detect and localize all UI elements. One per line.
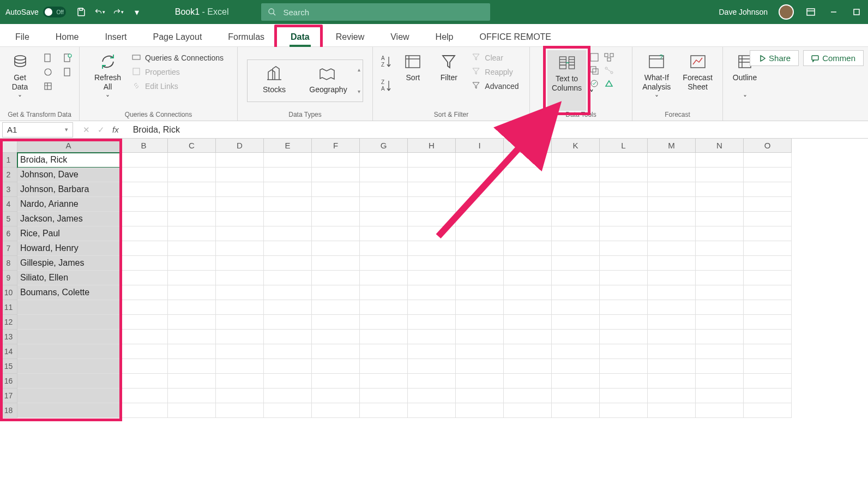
cell[interactable] xyxy=(216,330,264,344)
cell[interactable] xyxy=(312,344,360,359)
cell[interactable] xyxy=(168,315,216,330)
stocks-button[interactable]: Stocks xyxy=(250,62,299,99)
tab-view[interactable]: View xyxy=(378,28,421,46)
cell[interactable] xyxy=(408,212,456,226)
cell[interactable] xyxy=(600,182,648,197)
advanced-filter-button[interactable]: Advanced xyxy=(468,80,522,93)
cell[interactable]: Johnson, Barbara xyxy=(17,182,120,197)
cell[interactable] xyxy=(168,226,216,241)
cell[interactable] xyxy=(744,300,792,315)
cell[interactable] xyxy=(120,315,168,330)
share-button[interactable]: Share xyxy=(750,50,799,66)
avatar[interactable] xyxy=(779,4,794,20)
cell[interactable] xyxy=(456,241,504,256)
cell[interactable] xyxy=(456,182,504,197)
cell[interactable] xyxy=(168,256,216,271)
from-table-icon[interactable] xyxy=(40,80,56,93)
cell[interactable] xyxy=(696,344,744,359)
cell[interactable] xyxy=(552,359,600,374)
from-web-icon[interactable] xyxy=(40,65,56,79)
cell[interactable] xyxy=(552,182,600,197)
cell[interactable] xyxy=(216,389,264,403)
cell[interactable] xyxy=(408,300,456,315)
cell[interactable] xyxy=(696,330,744,344)
cell[interactable] xyxy=(504,153,552,168)
maximize-icon[interactable] xyxy=(851,6,863,18)
cell[interactable] xyxy=(168,168,216,182)
row-header[interactable]: 1 xyxy=(0,153,17,168)
cell[interactable] xyxy=(168,359,216,374)
cell[interactable] xyxy=(216,285,264,300)
cell[interactable] xyxy=(264,285,312,300)
cell[interactable] xyxy=(408,153,456,168)
cell[interactable] xyxy=(504,197,552,212)
text-to-columns-button[interactable]: Text to Columns xyxy=(547,50,586,111)
refresh-all-button[interactable]: Refresh All ˅ xyxy=(90,50,125,111)
cell[interactable] xyxy=(408,315,456,330)
cell[interactable]: Broida, Rick xyxy=(17,153,120,168)
cell[interactable] xyxy=(744,226,792,241)
autosave-toggle[interactable]: AutoSave Off xyxy=(5,7,66,17)
cell[interactable] xyxy=(216,256,264,271)
cell[interactable] xyxy=(216,403,264,418)
cell[interactable]: Boumans, Colette xyxy=(17,285,120,300)
cell[interactable]: Johnson, Dave xyxy=(17,168,120,182)
cell[interactable] xyxy=(456,374,504,389)
column-header[interactable]: G xyxy=(360,139,408,153)
cell[interactable] xyxy=(120,153,168,168)
cell[interactable] xyxy=(360,271,408,285)
cell[interactable] xyxy=(696,153,744,168)
cell[interactable] xyxy=(696,389,744,403)
cell[interactable] xyxy=(504,182,552,197)
cell[interactable] xyxy=(648,212,696,226)
row-header[interactable]: 18 xyxy=(0,403,17,418)
cell[interactable] xyxy=(360,389,408,403)
row-header[interactable]: 8 xyxy=(0,256,17,271)
cell[interactable] xyxy=(648,389,696,403)
cell[interactable] xyxy=(168,182,216,197)
row-header[interactable]: 16 xyxy=(0,374,17,389)
redo-icon[interactable]: ▾ xyxy=(113,7,124,17)
sort-za-icon[interactable]: ZA xyxy=(380,79,393,93)
cell[interactable] xyxy=(456,359,504,374)
row-header[interactable]: 6 xyxy=(0,226,17,241)
cell[interactable] xyxy=(744,212,792,226)
save-icon[interactable] xyxy=(76,7,87,17)
column-header[interactable]: A xyxy=(17,139,120,153)
cell[interactable] xyxy=(360,168,408,182)
cell[interactable] xyxy=(552,226,600,241)
cell[interactable] xyxy=(360,403,408,418)
cell[interactable] xyxy=(648,197,696,212)
tab-insert[interactable]: Insert xyxy=(93,28,138,46)
cell[interactable]: Siliato, Ellen xyxy=(17,271,120,285)
cell[interactable] xyxy=(648,182,696,197)
cell[interactable] xyxy=(312,271,360,285)
cell[interactable] xyxy=(168,197,216,212)
cell[interactable] xyxy=(600,226,648,241)
cell[interactable] xyxy=(696,168,744,182)
cell[interactable] xyxy=(17,300,120,315)
cell[interactable] xyxy=(168,389,216,403)
cell[interactable] xyxy=(696,374,744,389)
cell[interactable] xyxy=(120,389,168,403)
whatif-analysis-button[interactable]: ? What-If Analysis ˅ xyxy=(638,50,675,111)
cell[interactable] xyxy=(360,344,408,359)
cell[interactable] xyxy=(120,241,168,256)
cell[interactable] xyxy=(648,256,696,271)
cell[interactable] xyxy=(696,300,744,315)
cell[interactable] xyxy=(17,359,120,374)
cell[interactable] xyxy=(216,300,264,315)
cell[interactable] xyxy=(264,389,312,403)
cell[interactable] xyxy=(360,285,408,300)
cell[interactable] xyxy=(552,330,600,344)
cell[interactable] xyxy=(264,330,312,344)
cell[interactable] xyxy=(168,374,216,389)
cell[interactable] xyxy=(696,241,744,256)
cell[interactable] xyxy=(360,374,408,389)
cell[interactable] xyxy=(744,285,792,300)
cell[interactable] xyxy=(456,197,504,212)
cell[interactable]: Nardo, Arianne xyxy=(17,197,120,212)
cell[interactable] xyxy=(456,330,504,344)
cell[interactable] xyxy=(216,197,264,212)
cell[interactable] xyxy=(120,256,168,271)
